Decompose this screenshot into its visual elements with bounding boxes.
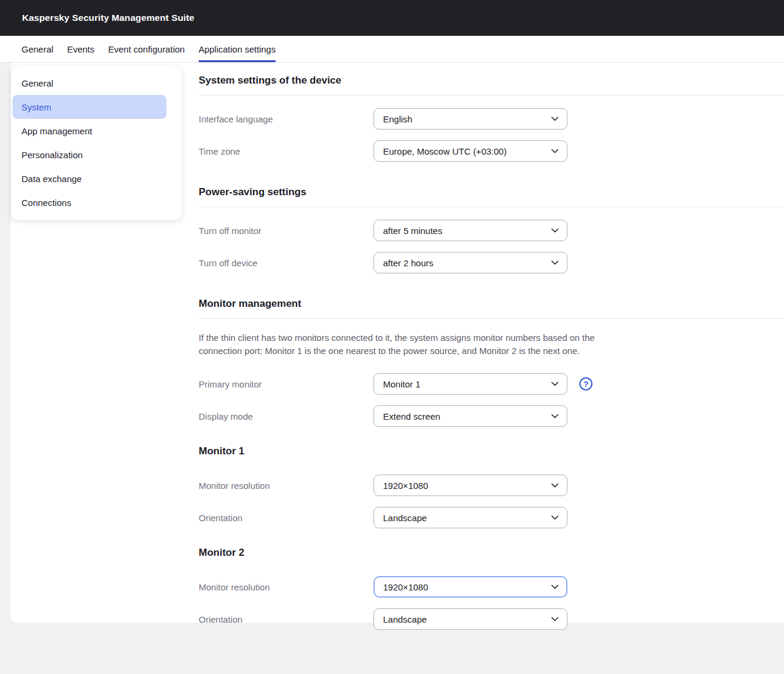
section-title-monitor-management: Monitor management — [199, 297, 784, 311]
section-divider — [199, 318, 784, 319]
chevron-down-icon — [551, 483, 558, 488]
sidebar-item-connections[interactable]: Connections — [13, 190, 166, 214]
field-label: Monitor resolution — [199, 481, 374, 491]
sidebar-item-label: App management — [21, 126, 92, 136]
tab-label: General — [21, 44, 53, 54]
monitor1-resolution-select[interactable]: 1920×1080 — [374, 475, 567, 496]
sidebar-item-system[interactable]: System — [13, 95, 166, 119]
main-panel: General System App management Personaliz… — [11, 63, 784, 623]
chevron-down-icon — [551, 260, 558, 265]
time-zone-select[interactable]: Europe, Moscow UTC (+03:00) — [374, 140, 567, 162]
tab-event-configuration[interactable]: Event configuration — [108, 36, 184, 62]
field-row: Interface language English — [199, 108, 784, 130]
select-value: after 5 minutes — [383, 226, 442, 236]
field-label: Turn off monitor — [199, 226, 374, 236]
sidebar-item-label: Data exchange — [21, 174, 82, 184]
sidebar: General System App management Personaliz… — [11, 66, 182, 220]
field-label: Orientation — [199, 513, 374, 523]
field-label: Monitor resolution — [199, 582, 374, 592]
interface-language-select[interactable]: English — [374, 108, 567, 130]
tab-bar: General Events Event configuration Appli… — [0, 36, 784, 63]
tab-label: Application settings — [199, 44, 276, 54]
select-value: Extend screen — [383, 411, 440, 421]
monitor1-orientation-select[interactable]: Landscape — [374, 507, 567, 528]
monitor-management-description: If the thin client has two monitors conn… — [199, 331, 616, 358]
chevron-down-icon — [551, 228, 558, 233]
section-title-monitor-1: Monitor 1 — [199, 444, 784, 458]
tab-general[interactable]: General — [21, 36, 53, 62]
field-row: Turn off device after 2 hours — [199, 252, 784, 273]
sidebar-item-label: General — [21, 78, 53, 88]
select-value: 1920×1080 — [383, 582, 428, 592]
select-value: Landscape — [383, 614, 427, 624]
monitor2-resolution-select[interactable]: 1920×1080 — [374, 576, 567, 598]
field-label: Turn off device — [199, 258, 374, 268]
section-divider — [199, 207, 784, 207]
app-title: Kaspersky Security Management Suite — [22, 13, 195, 23]
select-value: 1920×1080 — [383, 481, 428, 491]
field-label: Primary monitor — [199, 379, 374, 389]
chevron-down-icon — [551, 381, 558, 386]
section-divider — [199, 95, 784, 96]
field-label: Time zone — [199, 146, 374, 156]
monitor2-orientation-select[interactable]: Landscape — [374, 608, 567, 630]
turn-off-device-select[interactable]: after 2 hours — [374, 252, 567, 273]
sidebar-item-app-management[interactable]: App management — [13, 119, 166, 143]
settings-content: System settings of the device Interface … — [199, 63, 784, 623]
select-value: English — [383, 114, 412, 124]
tab-events[interactable]: Events — [67, 36, 94, 62]
select-value: Landscape — [383, 513, 427, 523]
sidebar-item-label: System — [21, 102, 51, 112]
field-label: Orientation — [199, 614, 374, 624]
select-value: after 2 hours — [383, 258, 433, 268]
section-title-system-settings: System settings of the device — [199, 73, 784, 88]
sidebar-item-data-exchange[interactable]: Data exchange — [13, 167, 166, 190]
sidebar-item-label: Connections — [21, 198, 71, 208]
chevron-down-icon — [551, 149, 558, 153]
section-title-power-saving: Power-saving settings — [199, 185, 784, 199]
chevron-down-icon — [551, 116, 558, 121]
help-icon[interactable]: ? — [579, 377, 592, 390]
sidebar-item-personalization[interactable]: Personalization — [13, 143, 166, 167]
sidebar-item-general[interactable]: General — [13, 71, 166, 95]
section-title-monitor-2: Monitor 2 — [199, 546, 784, 560]
field-label: Interface language — [199, 114, 374, 124]
select-value: Europe, Moscow UTC (+03:00) — [383, 146, 507, 156]
app-header: Kaspersky Security Management Suite — [0, 0, 784, 36]
field-label: Display mode — [199, 411, 374, 421]
turn-off-monitor-select[interactable]: after 5 minutes — [374, 220, 567, 241]
sidebar-item-label: Personalization — [21, 150, 83, 160]
tab-application-settings[interactable]: Application settings — [199, 36, 276, 62]
chevron-down-icon — [551, 414, 558, 418]
chevron-down-icon — [551, 515, 558, 520]
field-row: Time zone Europe, Moscow UTC (+03:00) — [199, 140, 784, 162]
chevron-down-icon — [551, 584, 558, 589]
field-row: Turn off monitor after 5 minutes — [199, 220, 784, 241]
field-row: Primary monitor Monitor 1 ? — [199, 373, 784, 395]
field-row: Orientation Landscape — [199, 507, 784, 528]
field-row: Display mode Extend screen — [199, 405, 784, 427]
field-row: Monitor resolution 1920×1080 — [199, 576, 784, 598]
tab-label: Events — [67, 44, 94, 54]
field-row: Orientation Landscape — [199, 608, 784, 630]
field-row: Monitor resolution 1920×1080 — [199, 475, 784, 496]
primary-monitor-select[interactable]: Monitor 1 — [374, 373, 567, 395]
tab-label: Event configuration — [108, 44, 184, 54]
display-mode-select[interactable]: Extend screen — [374, 405, 567, 427]
chevron-down-icon — [551, 617, 558, 621]
select-value: Monitor 1 — [383, 379, 421, 389]
